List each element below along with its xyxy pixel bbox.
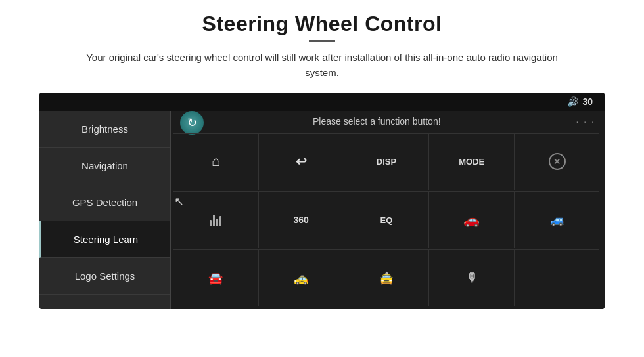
mode-label: MODE <box>459 157 484 167</box>
grid-row-2: 360 EQ 🚗 🚙 <box>173 191 599 248</box>
refresh-icon: ↻ <box>187 116 197 130</box>
sidebar-item-navigation[interactable]: Navigation <box>39 148 170 184</box>
volume-icon: 🔊 <box>567 96 578 107</box>
sidebar-label-gps: GPS Detection <box>72 197 137 208</box>
dots-indicator: · · · <box>576 116 595 127</box>
grid-cell-disp[interactable]: DISP <box>344 134 430 190</box>
grid-cell-car1[interactable]: 🚗 <box>429 192 515 248</box>
grid-cell-home[interactable] <box>173 134 259 190</box>
sidebar-label-navigation: Navigation <box>81 160 128 171</box>
grid-row-3: 🚘 🚕 🚖 🎙 <box>173 249 599 306</box>
equalizer-icon <box>210 213 221 226</box>
car-icon-4: 🚕 <box>294 271 308 285</box>
car-icon-1: 🚗 <box>463 212 480 228</box>
grid-cell-360[interactable]: 360 <box>259 192 344 248</box>
360-label: 360 <box>294 215 309 225</box>
volume-value: 30 <box>582 96 593 107</box>
sidebar-item-gps-detection[interactable]: GPS Detection <box>39 184 170 221</box>
disp-label: DISP <box>377 157 396 167</box>
sidebar-item-brightness[interactable]: Brightness <box>39 111 170 148</box>
car-icon-5: 🚖 <box>379 271 394 285</box>
button-grid: DISP MODE ✕ <box>171 132 605 309</box>
sidebar-item-steering-learn[interactable]: Steering Learn <box>39 221 170 258</box>
grid-cell-car2[interactable]: 🚙 <box>515 192 599 248</box>
mic-icon: 🎙 <box>466 271 478 285</box>
grid-row-1: DISP MODE ✕ <box>173 133 599 190</box>
grid-cell-mic[interactable]: 🎙 <box>429 250 515 306</box>
car-icon-2: 🚙 <box>550 213 564 227</box>
grid-cell-car4[interactable]: 🚕 <box>259 250 344 306</box>
title-divider <box>309 40 335 42</box>
refresh-button[interactable]: ↻ <box>180 111 204 135</box>
top-bar: 🔊 30 <box>39 93 605 111</box>
grid-cell-eq[interactable]: EQ <box>344 192 430 248</box>
grid-cell-car3[interactable]: 🚘 <box>173 250 259 306</box>
device-screen: 🔊 30 Brightness Navigation GPS Detection… <box>39 93 605 309</box>
grid-cell-equalizer[interactable] <box>173 192 259 248</box>
back-icon <box>296 154 307 169</box>
sidebar-label-logo: Logo Settings <box>75 270 135 282</box>
content-area: Brightness Navigation GPS Detection Stee… <box>39 111 605 309</box>
grid-cell-mode[interactable]: MODE <box>429 134 515 190</box>
page-subtitle: Your original car's steering wheel contr… <box>79 50 565 81</box>
sidebar-label-steering: Steering Learn <box>74 234 138 245</box>
eq-label: EQ <box>380 215 393 225</box>
grid-cell-phone-off[interactable]: ✕ <box>515 134 599 190</box>
page-wrapper: Steering Wheel Control Your original car… <box>0 0 644 357</box>
sidebar: Brightness Navigation GPS Detection Stee… <box>39 111 171 309</box>
phone-off-icon: ✕ <box>549 153 566 170</box>
page-title: Steering Wheel Control <box>202 12 442 36</box>
sidebar-label-brightness: Brightness <box>81 123 128 135</box>
car-icon-3: 🚘 <box>208 271 223 285</box>
grid-cell-back[interactable] <box>259 134 344 190</box>
sidebar-item-logo-settings[interactable]: Logo Settings <box>39 258 170 295</box>
home-icon <box>212 153 220 170</box>
grid-cell-empty <box>515 250 599 306</box>
grid-cell-car5[interactable]: 🚖 <box>344 250 430 306</box>
main-panel: ↻ Please select a function button! · · · <box>171 111 605 309</box>
select-prompt: Please select a function button! <box>210 116 543 127</box>
status-bar: ↻ Please select a function button! · · · <box>171 111 605 132</box>
